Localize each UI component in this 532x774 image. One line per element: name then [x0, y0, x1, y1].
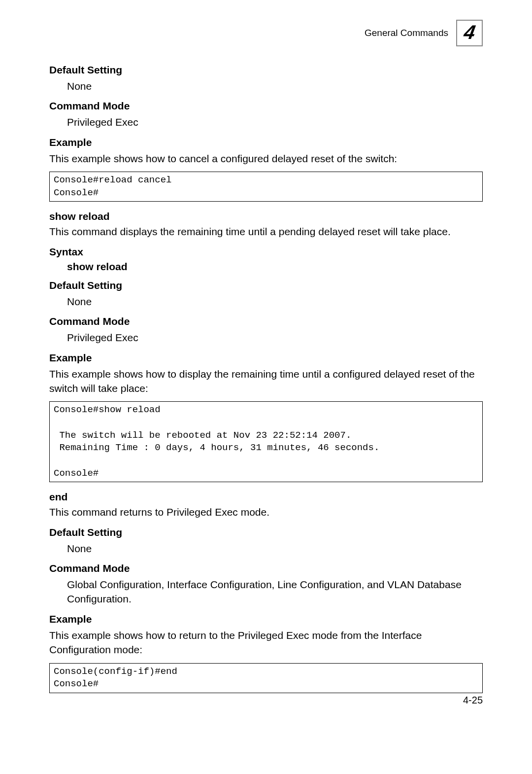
default-setting-heading: Default Setting	[49, 64, 483, 76]
page-header: General Commands 4	[49, 20, 483, 46]
default-setting-heading: Default Setting	[49, 527, 483, 538]
default-setting-value: None	[67, 294, 483, 309]
command-description: This command returns to Privileged Exec …	[49, 505, 483, 519]
example-code-block: Console(config-if)#end Console#	[49, 663, 483, 693]
syntax-heading: Syntax	[49, 246, 483, 258]
chapter-number: 4	[462, 22, 477, 44]
example-intro: This example shows how to display the re…	[49, 367, 483, 396]
command-description: This command displays the remaining time…	[49, 224, 483, 239]
example-intro: This example shows how to return to the …	[49, 628, 483, 657]
chapter-box: 4	[456, 20, 483, 46]
example-heading: Example	[49, 137, 483, 148]
command-mode-value: Privileged Exec	[67, 330, 483, 345]
command-mode-heading: Command Mode	[49, 563, 483, 574]
default-setting-value: None	[67, 541, 483, 556]
command-heading-show-reload: show reload	[49, 211, 483, 222]
page-number: 4-25	[463, 695, 483, 706]
command-mode-value: Privileged Exec	[67, 115, 483, 129]
example-heading: Example	[49, 613, 483, 625]
header-section-title: General Commands	[365, 28, 448, 38]
example-intro: This example shows how to cancel a confi…	[49, 151, 483, 166]
example-code-block: Console#show reload The switch will be r…	[49, 401, 483, 482]
command-heading-end: end	[49, 491, 483, 503]
default-setting-heading: Default Setting	[49, 280, 483, 291]
command-mode-heading: Command Mode	[49, 316, 483, 327]
syntax-value: show reload	[67, 261, 483, 273]
default-setting-value: None	[67, 79, 483, 93]
command-mode-heading: Command Mode	[49, 100, 483, 112]
example-code-block: Console#reload cancel Console#	[49, 172, 483, 202]
example-heading: Example	[49, 352, 483, 364]
command-mode-value: Global Configuration, Interface Configur…	[67, 577, 483, 606]
